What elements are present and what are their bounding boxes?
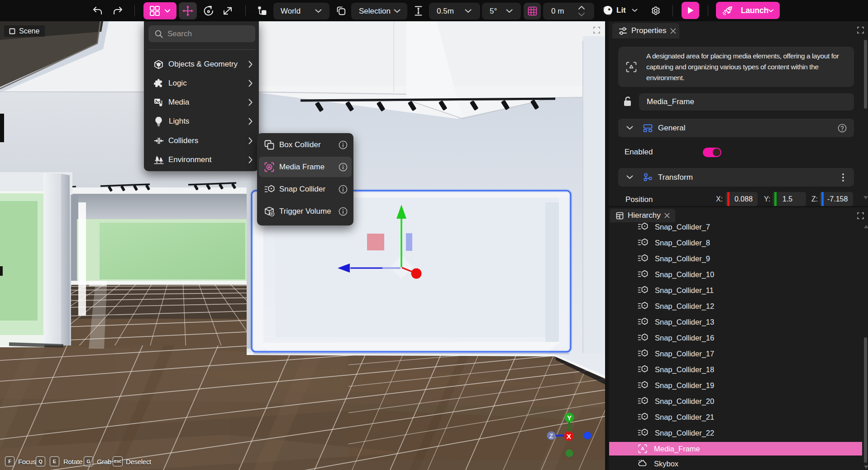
svg-text:Z: Z [549,432,553,440]
svg-text:Y: Y [567,414,572,422]
svg-text:X: X [567,432,571,440]
